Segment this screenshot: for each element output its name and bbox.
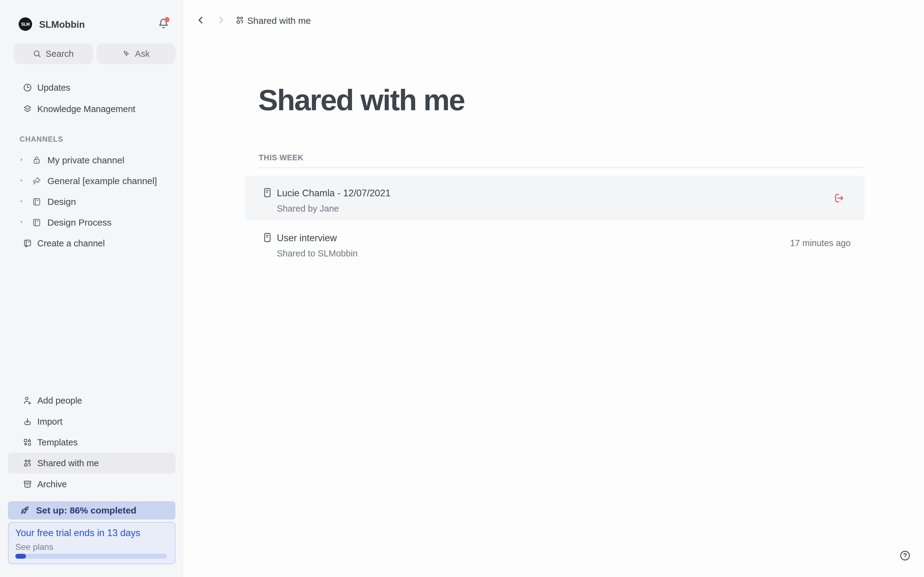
workspace-name[interactable]: SLMobbin bbox=[39, 19, 85, 30]
trial-card[interactable]: Your free trial ends in 13 days See plan… bbox=[8, 522, 175, 564]
templates-icon bbox=[23, 438, 32, 447]
forward-button[interactable] bbox=[216, 15, 226, 25]
sparkle-icon bbox=[122, 50, 131, 58]
doc-title: User interview bbox=[277, 233, 337, 243]
channels-section-header: CHANNELS bbox=[19, 135, 63, 143]
doc-timestamp: 17 minutes ago bbox=[790, 238, 851, 248]
import-icon bbox=[23, 417, 32, 426]
sidebar-item-templates[interactable]: Templates bbox=[0, 432, 183, 453]
back-button[interactable] bbox=[196, 15, 206, 25]
caret-right-icon[interactable] bbox=[19, 199, 24, 205]
create-channel-button[interactable]: Create a channel bbox=[0, 233, 183, 254]
shared-doc-row[interactable]: Lucie Chamla - 12/07/2021 Shared by Jane bbox=[244, 176, 865, 221]
channel-icon bbox=[32, 218, 41, 227]
sidebar-item-knowledge-management[interactable]: Knowledge Management bbox=[0, 98, 183, 120]
see-plans-link[interactable]: See plans bbox=[15, 542, 168, 552]
trial-progress-bar bbox=[15, 554, 167, 559]
sidebar-item-shared-with-me[interactable]: Shared with me bbox=[8, 453, 175, 474]
page-title: Shared with me bbox=[258, 83, 464, 117]
question-mark-icon bbox=[900, 550, 911, 561]
sidebar-item-label: Shared with me bbox=[37, 458, 99, 468]
rocket-icon bbox=[20, 506, 30, 515]
doc-subtitle: Shared to SLMobbin bbox=[277, 248, 357, 259]
clock-icon bbox=[23, 83, 32, 92]
document-icon bbox=[262, 187, 273, 198]
notifications-button[interactable] bbox=[158, 18, 169, 29]
caret-right-icon[interactable] bbox=[19, 178, 24, 184]
add-person-icon bbox=[23, 396, 32, 405]
setup-progress-label: Set up: 86% completed bbox=[36, 505, 136, 516]
section-label-this-week: THIS WEEK bbox=[259, 153, 304, 162]
workspace-header: SLM SLMobbin bbox=[0, 12, 183, 36]
sidebar-channel-general[interactable]: General [example channel] bbox=[0, 171, 183, 192]
setup-progress-banner[interactable]: Set up: 86% completed bbox=[8, 501, 175, 520]
help-button[interactable] bbox=[900, 550, 911, 561]
search-icon bbox=[33, 50, 41, 58]
sidebar-item-label: Add people bbox=[37, 396, 82, 406]
search-button[interactable]: Search bbox=[14, 44, 93, 64]
topbar: Shared with me bbox=[184, 0, 924, 40]
caret-right-icon[interactable] bbox=[19, 219, 24, 226]
sidebar-channel-design[interactable]: Design bbox=[0, 192, 183, 212]
trial-progress-fill bbox=[15, 554, 26, 559]
doc-title: Lucie Chamla - 12/07/2021 bbox=[277, 188, 391, 199]
channel-label: Design Process bbox=[47, 218, 111, 228]
sidebar-item-archive[interactable]: Archive bbox=[0, 474, 183, 495]
sidebar-item-label: Templates bbox=[37, 437, 78, 448]
workspace-logo[interactable]: SLM bbox=[19, 18, 32, 31]
trial-title: Your free trial ends in 13 days bbox=[15, 527, 168, 538]
sidebar-item-label: Archive bbox=[37, 479, 67, 489]
ask-button-label: Ask bbox=[135, 49, 150, 59]
sidebar-item-updates[interactable]: Updates bbox=[0, 77, 183, 98]
ask-button[interactable]: Ask bbox=[97, 44, 176, 64]
archive-icon bbox=[23, 480, 32, 489]
search-button-label: Search bbox=[45, 49, 74, 59]
sidebar-item-label: Knowledge Management bbox=[37, 104, 136, 114]
sidebar-channel-design-process[interactable]: Design Process bbox=[0, 212, 183, 233]
pin-icon bbox=[32, 176, 41, 185]
channel-label: Design bbox=[47, 197, 76, 207]
section-divider bbox=[258, 167, 865, 168]
sidebar-item-import[interactable]: Import bbox=[0, 411, 183, 432]
doc-subtitle: Shared by Jane bbox=[277, 204, 339, 214]
main-content: Shared with me Shared with me THIS WEEK … bbox=[184, 0, 924, 577]
shared-icon bbox=[23, 459, 32, 468]
sidebar-item-label: Updates bbox=[37, 83, 70, 93]
create-channel-label: Create a channel bbox=[37, 239, 105, 248]
lock-icon bbox=[32, 156, 41, 165]
create-channel-icon bbox=[23, 239, 32, 248]
breadcrumb: Shared with me bbox=[247, 16, 311, 26]
caret-right-icon[interactable] bbox=[19, 157, 24, 163]
sidebar: SLM SLMobbin Search Ask bbox=[0, 0, 183, 577]
channel-icon bbox=[32, 197, 41, 206]
channel-label: My private channel bbox=[47, 155, 124, 166]
sidebar-item-add-people[interactable]: Add people bbox=[0, 390, 183, 411]
sidebar-channel-my-private-channel[interactable]: My private channel bbox=[0, 150, 183, 171]
layers-icon bbox=[23, 105, 32, 114]
sidebar-item-label: Import bbox=[37, 417, 62, 427]
document-icon bbox=[262, 232, 273, 243]
notification-badge-dot bbox=[165, 17, 170, 22]
shared-icon bbox=[235, 16, 244, 25]
channel-label: General [example channel] bbox=[47, 176, 157, 186]
leave-shared-doc-icon[interactable] bbox=[834, 193, 845, 204]
shared-doc-row[interactable]: User interview Shared to SLMobbin 17 min… bbox=[244, 221, 865, 265]
